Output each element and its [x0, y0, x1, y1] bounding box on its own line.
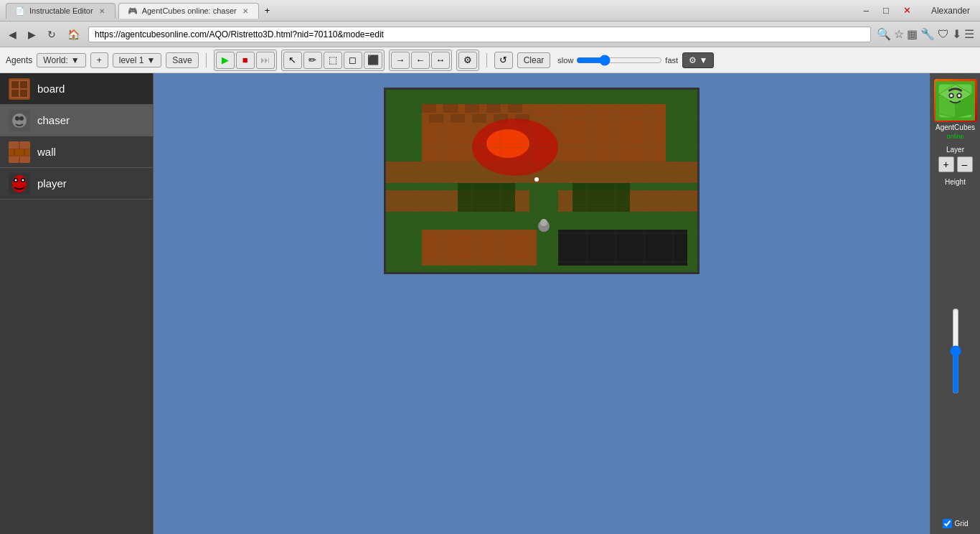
app-toolbar: Agents World: ▼ + level 1 ▼ Save ▶ ■ ⏭ ↖…: [0, 47, 980, 73]
game-world-svg: [386, 90, 699, 274]
svg-rect-5: [20, 90, 27, 97]
layer-buttons: + –: [936, 156, 974, 172]
game-canvas[interactable]: [384, 88, 699, 274]
wall-label: wall: [37, 146, 56, 158]
layer-label: Layer: [936, 146, 974, 154]
agents-label: Agents: [6, 55, 32, 65]
agentcubes-status-label: online: [946, 133, 963, 140]
browser-titlebar: 📄 Instructable Editor ✕ 🎮 AgentCubes onl…: [0, 0, 980, 22]
tab-close-agentcubes[interactable]: ✕: [241, 7, 250, 15]
save-button[interactable]: Save: [166, 52, 198, 68]
dropdown-arrow-icon: ▼: [71, 55, 80, 65]
ext1-icon[interactable]: 🔧: [920, 27, 935, 41]
sidebar: board chaser wall: [0, 73, 154, 534]
tab-close-instructable[interactable]: ✕: [98, 7, 106, 15]
player-label: player: [37, 177, 67, 189]
svg-point-44: [540, 219, 547, 226]
height-slider[interactable]: [948, 308, 963, 394]
new-tab-button[interactable]: +: [265, 5, 270, 16]
svg-point-49: [534, 177, 539, 182]
move-tools: → ← ↔: [389, 50, 452, 71]
sidebar-item-player[interactable]: player: [0, 168, 153, 200]
separator-1: [206, 53, 207, 67]
svg-rect-50: [422, 230, 537, 266]
grid-checkbox[interactable]: [943, 519, 952, 528]
speed-container: slow fast: [557, 55, 678, 66]
svg-rect-51: [558, 230, 687, 266]
nudge-tool[interactable]: ↔: [431, 52, 450, 69]
play-controls: ▶ ■ ⏭: [214, 50, 277, 71]
fast-label: fast: [665, 56, 678, 65]
level-dropdown-arrow: ▼: [146, 55, 155, 65]
layer-section: Layer + –: [936, 146, 974, 172]
browser-tab-instructable[interactable]: 📄 Instructable Editor ✕: [6, 3, 116, 19]
level-dropdown[interactable]: level 1 ▼: [113, 53, 162, 67]
separator-2: [486, 53, 487, 67]
chaser-label: chaser: [37, 114, 70, 126]
forward-button[interactable]: ▶: [25, 27, 39, 42]
sidebar-item-board[interactable]: board: [0, 73, 153, 105]
bookmark-icon[interactable]: ☆: [894, 27, 904, 41]
svg-point-77: [958, 94, 961, 97]
selection-tool[interactable]: ⬚: [324, 52, 342, 69]
sidebar-item-chaser[interactable]: chaser: [0, 105, 153, 136]
svg-rect-42: [573, 183, 630, 212]
layer-minus-button[interactable]: –: [957, 156, 973, 172]
svg-rect-12: [9, 149, 30, 155]
svg-rect-3: [20, 81, 27, 88]
svg-point-22: [15, 179, 17, 181]
stop-button[interactable]: ■: [236, 52, 255, 69]
zoom-icon[interactable]: 🔍: [877, 27, 891, 41]
speed-slider[interactable]: [576, 55, 662, 66]
move-left-tool[interactable]: ←: [411, 52, 430, 69]
sidebar-item-wall[interactable]: wall: [0, 136, 153, 168]
main-layout: board chaser wall: [0, 73, 980, 534]
svg-rect-32: [486, 104, 501, 113]
eraser-tool[interactable]: ◻: [344, 52, 362, 69]
play-button[interactable]: ▶: [216, 52, 235, 69]
svg-point-40: [486, 129, 529, 158]
reload-world-button[interactable]: ↺: [494, 52, 513, 69]
reload-button[interactable]: ↻: [44, 27, 59, 42]
canvas-area: [154, 73, 930, 534]
browser-tab-agentcubes[interactable]: 🎮 AgentCubes online: chaser ✕: [118, 3, 259, 19]
svg-rect-33: [508, 104, 522, 113]
add-level-button[interactable]: +: [90, 52, 108, 68]
home-button[interactable]: 🏠: [65, 27, 83, 42]
height-section: Height: [936, 178, 974, 513]
settings-tool[interactable]: ⚙: [458, 52, 477, 69]
svg-point-8: [15, 116, 19, 121]
layer-plus-button[interactable]: +: [938, 156, 954, 172]
fill-tool[interactable]: ⬛: [364, 52, 382, 69]
svg-rect-29: [422, 104, 436, 113]
chaser-icon: [9, 110, 30, 131]
app-settings-button[interactable]: ⚙ ▼: [682, 52, 714, 68]
close-button[interactable]: ✕: [899, 4, 915, 17]
grid-checkbox-container: Grid: [943, 519, 969, 528]
back-button[interactable]: ◀: [6, 27, 19, 42]
svg-rect-30: [443, 104, 458, 113]
pencil-tool[interactable]: ✏: [303, 52, 322, 69]
cursor-tool[interactable]: ↖: [283, 52, 302, 69]
browser-action-icons: 🔍 ☆ ▦ 🔧 🛡 ⬇ ☰: [877, 27, 974, 41]
menu-icon[interactable]: ☰: [964, 27, 974, 41]
move-right-tool[interactable]: →: [391, 52, 410, 69]
maximize-button[interactable]: □: [879, 4, 893, 17]
svg-rect-4: [11, 90, 19, 97]
right-panel: AgentCubes online Layer + – Height Grid: [930, 73, 980, 534]
svg-point-23: [22, 179, 24, 181]
height-label: Height: [945, 178, 966, 186]
qr-icon[interactable]: ▦: [907, 27, 918, 41]
address-input[interactable]: [88, 27, 871, 42]
ext3-icon[interactable]: ⬇: [952, 27, 961, 41]
svg-point-76: [950, 94, 953, 97]
clear-button[interactable]: Clear: [517, 52, 551, 68]
ext2-icon[interactable]: 🛡: [938, 28, 949, 41]
other-tools: ⚙: [456, 50, 479, 71]
world-dropdown[interactable]: World: ▼: [37, 53, 85, 67]
user-label: Alexander: [927, 4, 974, 17]
browser-window-controls: – □ ✕ Alexander: [859, 4, 974, 17]
wall-icon: [9, 141, 30, 163]
minimize-button[interactable]: –: [859, 4, 873, 17]
step-button[interactable]: ⏭: [256, 52, 275, 69]
